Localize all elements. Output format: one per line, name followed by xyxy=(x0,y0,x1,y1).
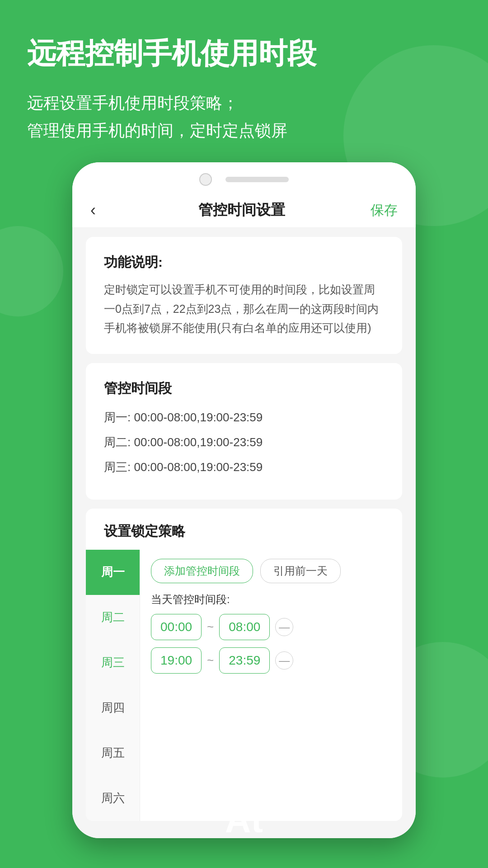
nav-title: 管控时间设置 xyxy=(198,200,285,220)
feature-card: 功能说明: 定时锁定可以设置手机不可使用的时间段，比如设置周一0点到7点，22点… xyxy=(86,237,402,354)
schedule-row-tuesday: 周二: 00:00-08:00,19:00-23:59 xyxy=(104,434,384,451)
schedule-card-title: 管控时间段 xyxy=(104,379,384,398)
time-start-1[interactable]: 00:00 xyxy=(151,614,202,640)
strategy-buttons: 添加管控时间段 引用前一天 xyxy=(151,559,391,583)
day-item-friday[interactable]: 周五 xyxy=(86,731,140,776)
phone-camera xyxy=(199,173,212,186)
time-tilde-1: ~ xyxy=(207,620,214,634)
feature-card-description: 定时锁定可以设置手机不可使用的时间段，比如设置周一0点到7点，22点到23点，那… xyxy=(104,280,384,338)
time-start-2[interactable]: 19:00 xyxy=(151,647,202,674)
time-range-row-2: 19:00 ~ 23:59 — xyxy=(151,647,391,674)
copy-prev-button[interactable]: 引用前一天 xyxy=(260,559,341,583)
day-item-wednesday[interactable]: 周三 xyxy=(86,640,140,685)
schedule-row-wednesday: 周三: 00:00-08:00,19:00-23:59 xyxy=(104,458,384,476)
strategy-card-title: 设置锁定策略 xyxy=(86,509,402,550)
time-tilde-2: ~ xyxy=(207,653,214,667)
day-item-monday[interactable]: 周一 xyxy=(86,550,140,595)
day-item-saturday[interactable]: 周六 xyxy=(86,776,140,821)
feature-card-title: 功能说明: xyxy=(104,253,384,272)
back-button[interactable]: ‹ xyxy=(90,201,113,220)
phone-top-bar xyxy=(72,162,416,193)
time-end-2[interactable]: 23:59 xyxy=(219,647,270,674)
add-time-button[interactable]: 添加管控时间段 xyxy=(151,559,253,583)
remove-time-1-button[interactable]: — xyxy=(275,618,293,636)
nav-bar: ‹ 管控时间设置 保存 xyxy=(72,193,416,228)
strategy-body: 周一 周二 周三 周四 周五 周六 添加管控时间段 引用前一天 当天管控时间段: xyxy=(86,550,402,821)
schedule-row-monday: 周一: 00:00-08:00,19:00-23:59 xyxy=(104,409,384,426)
time-range-row-1: 00:00 ~ 08:00 — xyxy=(151,614,391,640)
current-period-label: 当天管控时间段: xyxy=(151,592,391,607)
strategy-card: 设置锁定策略 周一 周二 周三 周四 周五 周六 添加管控时间段 xyxy=(86,509,402,821)
time-end-1[interactable]: 08:00 xyxy=(219,614,270,640)
day-item-thursday[interactable]: 周四 xyxy=(86,685,140,731)
phone-speaker xyxy=(225,177,289,182)
bottom-at-text: At xyxy=(225,799,263,841)
phone-content: 功能说明: 定时锁定可以设置手机不可使用的时间段，比如设置周一0点到7点，22点… xyxy=(72,228,416,838)
day-item-tuesday[interactable]: 周二 xyxy=(86,595,140,640)
save-button[interactable]: 保存 xyxy=(371,201,398,220)
header-description: 远程设置手机使用时段策略； 管理使用手机的时间，定时定点锁屏 xyxy=(27,89,461,144)
schedule-card: 管控时间段 周一: 00:00-08:00,19:00-23:59 周二: 00… xyxy=(86,363,402,500)
remove-time-2-button[interactable]: — xyxy=(275,651,293,670)
strategy-right-panel: 添加管控时间段 引用前一天 当天管控时间段: 00:00 ~ 08:00 — xyxy=(140,550,402,821)
bottom-hint: At xyxy=(199,799,289,841)
phone-frame: ‹ 管控时间设置 保存 功能说明: 定时锁定可以设置手机不可使用的时间段，比如设… xyxy=(72,162,416,838)
page-main-title: 远程控制手机使用时段 xyxy=(27,36,461,71)
day-sidebar: 周一 周二 周三 周四 周五 周六 xyxy=(86,550,140,821)
